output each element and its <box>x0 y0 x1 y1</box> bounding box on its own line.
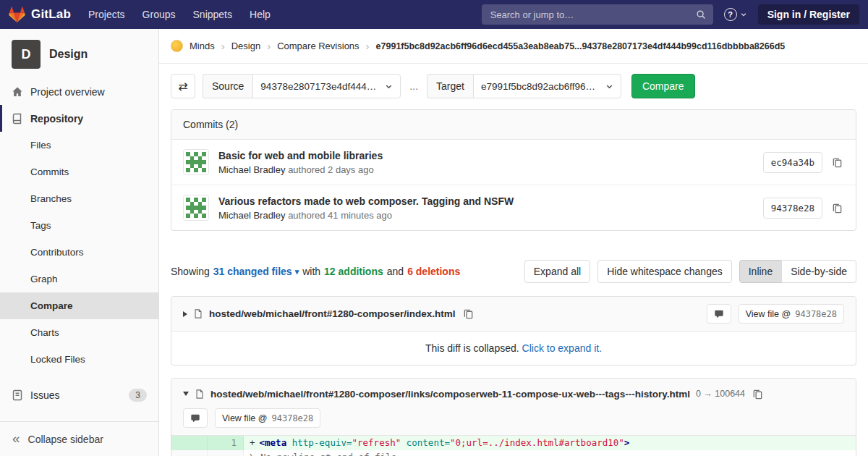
identicon-icon <box>186 152 206 172</box>
search-box[interactable] <box>482 4 713 25</box>
commit-author-link[interactable]: Michael Bradley <box>218 164 286 175</box>
copy-icon <box>832 203 843 214</box>
code-token: <meta <box>260 437 287 448</box>
copy-icon <box>832 157 843 168</box>
sidebar-item-contributors[interactable]: Contributors <box>0 239 158 266</box>
sidebar-item-files[interactable]: Files <box>0 132 158 159</box>
commit-title-link[interactable]: Basic for web and mobile libraries <box>218 150 383 161</box>
commit-sha: ec94a34b <box>763 152 822 173</box>
sidebar-item-label: Issues <box>30 389 59 401</box>
file-path-link[interactable]: hosted/web/michael/front#1280-composer/l… <box>210 389 690 400</box>
breadcrumb-link-design[interactable]: Design <box>231 41 260 51</box>
view-file-sha: 94378e28 <box>795 309 837 319</box>
double-chevron-left-icon: « <box>12 431 20 445</box>
nav-link-groups[interactable]: Groups <box>142 9 176 20</box>
changed-files-dropdown[interactable]: 31 changed files ▾ <box>213 266 299 277</box>
copy-file-path-button[interactable] <box>751 387 765 401</box>
new-line-number[interactable]: 1 <box>208 436 244 450</box>
sign-in-register-button[interactable]: Sign in / Register <box>758 4 859 25</box>
copy-commit-sha-button[interactable] <box>830 156 844 169</box>
collapse-sidebar-button[interactable]: « Collapse sidebar <box>0 421 158 456</box>
code-token: "refresh" <box>352 437 401 448</box>
sidebar-item-tags[interactable]: Tags <box>0 212 158 239</box>
and-label: and <box>387 266 404 277</box>
gitlab-home-link[interactable]: GitLab <box>9 7 71 23</box>
top-navbar: GitLab Projects Groups Snippets Help ? S… <box>0 0 868 29</box>
sidebar-item-commits[interactable]: Commits <box>0 159 158 185</box>
old-line-number <box>171 450 208 456</box>
project-context-header[interactable]: D Design <box>0 29 158 78</box>
view-file-button[interactable]: View file @ 94378e28 <box>739 304 844 324</box>
target-input-group: Target e7991f5bc8d92acb6ff96d6ecd455a3ea… <box>427 74 621 98</box>
hide-whitespace-button[interactable]: Hide whitespace changes <box>597 260 732 283</box>
search-icon[interactable] <box>696 9 706 20</box>
sidebar-item-compare[interactable]: Compare <box>0 292 158 319</box>
toggle-comments-button[interactable] <box>707 304 731 324</box>
file-path-link[interactable]: hosted/web/michael/front#1280-composer/i… <box>209 308 456 319</box>
expand-diff-caret-icon[interactable] <box>183 311 187 317</box>
chevron-down-icon <box>605 83 613 90</box>
with-label: with <box>302 266 320 277</box>
repository-submenu: Files Commits Branches Tags Contributors… <box>0 132 158 373</box>
comment-icon <box>190 413 200 423</box>
target-label: Target <box>427 74 473 98</box>
sub-item-label: Files <box>30 140 51 151</box>
expand-diff-link[interactable]: Click to expand it. <box>522 342 603 354</box>
swap-revisions-button[interactable]: ⇄ <box>171 74 195 98</box>
gitlab-compare-page: GitLab Projects Groups Snippets Help ? S… <box>0 0 868 456</box>
sub-item-label: Tags <box>30 220 51 231</box>
sidebar-item-charts[interactable]: Charts <box>0 319 158 346</box>
sidebar-item-repository[interactable]: Repository <box>0 105 158 132</box>
comment-icon <box>714 309 724 319</box>
sub-item-label: Locked Files <box>30 354 85 365</box>
inline-view-button[interactable]: Inline <box>739 260 782 283</box>
sidebar-item-branches[interactable]: Branches <box>0 185 158 212</box>
code-token <box>286 437 292 448</box>
help-dropdown[interactable]: ? <box>724 8 747 21</box>
expand-all-button[interactable]: Expand all <box>524 260 590 283</box>
view-file-button[interactable]: View file @ 94378e28 <box>215 408 320 428</box>
commit-row: Various refactors made to web composer. … <box>171 185 856 230</box>
side-by-side-view-button[interactable]: Side-by-side <box>781 260 856 283</box>
search-input[interactable] <box>489 9 690 21</box>
breadcrumb-link-compare-revisions[interactable]: Compare Revisions <box>277 41 359 51</box>
nav-link-help[interactable]: Help <box>250 9 271 20</box>
breadcrumb-link-minds[interactable]: Minds <box>190 41 215 51</box>
copy-commit-sha-button[interactable] <box>830 201 844 215</box>
code-token: content= <box>407 437 450 448</box>
nav-link-snippets[interactable]: Snippets <box>193 9 232 20</box>
chevron-down-icon <box>385 83 393 90</box>
source-revision-dropdown[interactable]: 94378e2807173e4df444b99cd116dbbbba8266d5 <box>252 74 401 98</box>
sidebar-item-locked-files[interactable]: Locked Files <box>0 346 158 373</box>
collapse-sidebar-label: Collapse sidebar <box>28 434 103 445</box>
project-avatar: D <box>12 40 41 69</box>
collapsed-text: This diff is collapsed. <box>425 342 519 354</box>
compare-button[interactable]: Compare <box>631 74 695 98</box>
commit-title-link[interactable]: Various refactors made to web composer. … <box>218 195 514 207</box>
file-icon <box>195 389 205 400</box>
sidebar-item-project-overview[interactable]: Project overview <box>0 78 158 105</box>
target-revision-dropdown[interactable]: e7991f5bc8d92acb6ff96d6ecd455a3eab8eab75 <box>473 74 621 98</box>
copy-icon <box>463 308 474 319</box>
sidebar-item-issues[interactable]: Issues 3 <box>0 381 158 408</box>
commit-sha: 94378e28 <box>763 198 822 219</box>
copy-file-path-button[interactable] <box>461 307 475 321</box>
sub-item-label: Branches <box>30 193 72 204</box>
sub-item-label: Charts <box>30 327 59 338</box>
source-label: Source <box>203 74 252 98</box>
commits-panel: Commits (2) <box>171 109 856 231</box>
chevron-right-icon: › <box>366 40 370 52</box>
no-newline-row: \ No newline at end of file <box>171 450 856 456</box>
revision-range-separator: ... <box>409 80 418 92</box>
view-file-label: View file @ <box>746 309 791 319</box>
commit-row: Basic for web and mobile libraries Micha… <box>171 140 856 185</box>
commit-authored-time: authored 2 days ago <box>288 164 374 175</box>
toggle-comments-button[interactable] <box>183 408 208 428</box>
nav-link-projects[interactable]: Projects <box>88 9 125 20</box>
diff-file-header: hosted/web/michael/front#1280-composer/l… <box>171 379 856 436</box>
commit-author-link[interactable]: Michael Bradley <box>218 210 286 221</box>
sub-item-label: Commits <box>30 166 69 177</box>
diff-collapsed-notice: This diff is collapsed. Click to expand … <box>171 332 856 365</box>
collapse-diff-caret-icon[interactable] <box>183 392 189 396</box>
sidebar-item-graph[interactable]: Graph <box>0 266 158 292</box>
